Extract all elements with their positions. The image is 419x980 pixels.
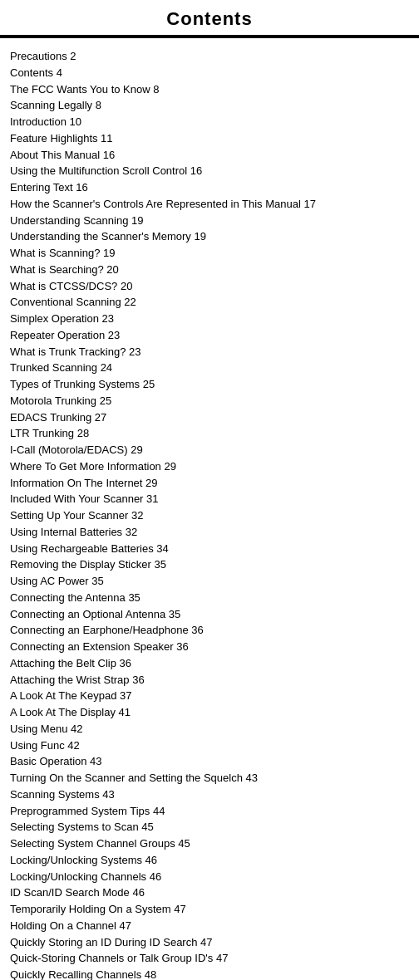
toc-entry: ID Scan/ID Search Mode 46 bbox=[10, 884, 409, 901]
toc-entry: Where To Get More Information 29 bbox=[10, 458, 409, 475]
toc-entry: Connecting an Earphone/Headphone 36 bbox=[10, 622, 409, 639]
top-divider bbox=[0, 37, 419, 38]
toc-entry: Preprogrammed System Tips 44 bbox=[10, 803, 409, 820]
toc-entry: Using Menu 42 bbox=[10, 721, 409, 737]
toc-entry: What is Scanning? 19 bbox=[10, 245, 409, 262]
toc-entry: Connecting an Extension Speaker 36 bbox=[10, 639, 409, 655]
toc-entry: Selecting Systems to Scan 45 bbox=[10, 819, 409, 835]
toc-entry: How the Scanner's Controls Are Represent… bbox=[10, 196, 409, 213]
toc-entry: Using Internal Batteries 32 bbox=[10, 524, 409, 541]
toc-entry: What is CTCSS/DCS? 20 bbox=[10, 278, 409, 295]
toc-entry: Connecting the Antenna 35 bbox=[10, 590, 409, 606]
toc-entry: LTR Trunking 28 bbox=[10, 425, 409, 442]
toc-entry: Attaching the Belt Clip 36 bbox=[10, 655, 409, 672]
toc-entry: Quickly Recalling Channels 48 bbox=[10, 967, 409, 980]
toc-entry: Entering Text 16 bbox=[10, 179, 409, 196]
toc-entry: Attaching the Wrist Strap 36 bbox=[10, 672, 409, 688]
toc-entry: Temporarily Holding On a System 47 bbox=[10, 901, 409, 918]
toc-entry: Simplex Operation 23 bbox=[10, 311, 409, 327]
toc-entry: What is Trunk Tracking? 23 bbox=[10, 344, 409, 360]
toc-entry: Motorola Trunking 25 bbox=[10, 393, 409, 409]
toc-entry: A Look At The Display 41 bbox=[10, 704, 409, 721]
toc-entry: What is Searching? 20 bbox=[10, 262, 409, 278]
page-header: Contents bbox=[0, 0, 419, 37]
toc-content: Precautions 2Contents 4The FCC Wants You… bbox=[0, 43, 419, 980]
toc-entry: Information On The Internet 29 bbox=[10, 475, 409, 492]
toc-entry: Selecting System Channel Groups 45 bbox=[10, 835, 409, 852]
toc-entry: Connecting an Optional Antenna 35 bbox=[10, 606, 409, 623]
toc-entry: A Look At The Keypad 37 bbox=[10, 688, 409, 704]
toc-entry: Conventional Scanning 22 bbox=[10, 294, 409, 311]
toc-entry: Using Rechargeable Batteries 34 bbox=[10, 541, 409, 557]
toc-entry: Basic Operation 43 bbox=[10, 753, 409, 770]
toc-entry: Using AC Power 35 bbox=[10, 573, 409, 590]
toc-entry: Scanning Systems 43 bbox=[10, 786, 409, 803]
toc-entry: Introduction 10 bbox=[10, 114, 409, 130]
toc-entry: Turning On the Scanner and Setting the S… bbox=[10, 770, 409, 786]
toc-entry: Precautions 2 bbox=[10, 48, 409, 65]
toc-entry: Repeater Operation 23 bbox=[10, 327, 409, 344]
toc-entry: Understanding Scanning 19 bbox=[10, 213, 409, 229]
toc-entry: Included With Your Scanner 31 bbox=[10, 491, 409, 507]
page-container: Contents Precautions 2Contents 4The FCC … bbox=[0, 0, 419, 980]
toc-entry: Feature Highlights 11 bbox=[10, 130, 409, 147]
toc-entry: Scanning Legally 8 bbox=[10, 97, 409, 114]
toc-entry: Using the Multifunction Scroll Control 1… bbox=[10, 163, 409, 179]
toc-entry: Quickly Storing an ID During ID Search 4… bbox=[10, 934, 409, 951]
toc-entry: Using Func 42 bbox=[10, 737, 409, 754]
toc-entry: Setting Up Your Scanner 32 bbox=[10, 507, 409, 524]
toc-entry: Removing the Display Sticker 35 bbox=[10, 556, 409, 573]
toc-entry: Types of Trunking Systems 25 bbox=[10, 376, 409, 393]
toc-entry: Understanding the Scanner's Memory 19 bbox=[10, 228, 409, 245]
toc-entry: Locking/Unlocking Channels 46 bbox=[10, 869, 409, 885]
toc-entry: EDACS Trunking 27 bbox=[10, 409, 409, 426]
toc-entry: About This Manual 16 bbox=[10, 147, 409, 164]
toc-entry: Quick-Storing Channels or Talk Group ID'… bbox=[10, 950, 409, 967]
toc-entry: The FCC Wants You to Know 8 bbox=[10, 81, 409, 98]
toc-entry: Holding On a Channel 47 bbox=[10, 918, 409, 934]
toc-entry: Contents 4 bbox=[10, 65, 409, 81]
page-title: Contents bbox=[0, 8, 419, 30]
toc-entry: Trunked Scanning 24 bbox=[10, 360, 409, 376]
toc-entry: Locking/Unlocking Systems 46 bbox=[10, 852, 409, 869]
toc-entry: I-Call (Motorola/EDACS) 29 bbox=[10, 442, 409, 458]
